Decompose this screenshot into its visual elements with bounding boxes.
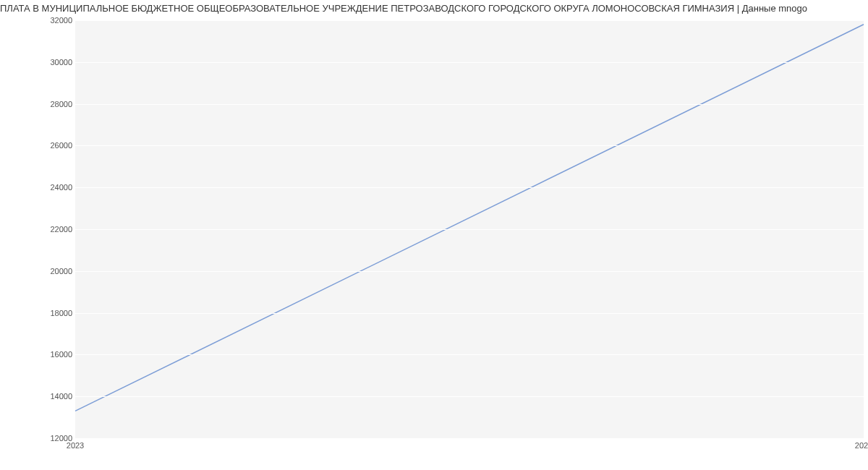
- chart-container: ПЛАТА В МУНИЦИПАЛЬНОЕ БЮДЖЕТНОЕ ОБЩЕОБРА…: [0, 0, 868, 470]
- y-tick-label: 30000: [29, 58, 72, 67]
- y-tick-label: 20000: [29, 267, 72, 275]
- grid-line: [75, 229, 864, 230]
- series-line: [75, 25, 864, 411]
- y-tick-label: 28000: [29, 100, 72, 108]
- grid-line: [75, 396, 864, 397]
- y-tick-label: 14000: [29, 392, 72, 401]
- y-tick-label: 32000: [29, 16, 72, 25]
- x-tick-label: 2023: [67, 441, 84, 450]
- grid-line: [75, 313, 864, 314]
- grid-line: [75, 438, 864, 439]
- grid-line: [75, 20, 864, 21]
- grid-line: [75, 104, 864, 105]
- grid-line: [75, 271, 864, 272]
- grid-line: [75, 354, 864, 355]
- y-tick-label: 26000: [29, 141, 72, 150]
- x-tick-label: 2024: [855, 441, 868, 450]
- grid-line: [75, 187, 864, 188]
- plot-area: [75, 20, 864, 438]
- chart-title: ПЛАТА В МУНИЦИПАЛЬНОЕ БЮДЖЕТНОЕ ОБЩЕОБРА…: [0, 3, 868, 14]
- grid-line: [75, 62, 864, 63]
- y-tick-label: 22000: [29, 225, 72, 234]
- grid-line: [75, 145, 864, 146]
- y-tick-label: 24000: [29, 183, 72, 192]
- y-tick-label: 16000: [29, 350, 72, 359]
- y-tick-label: 18000: [29, 309, 72, 317]
